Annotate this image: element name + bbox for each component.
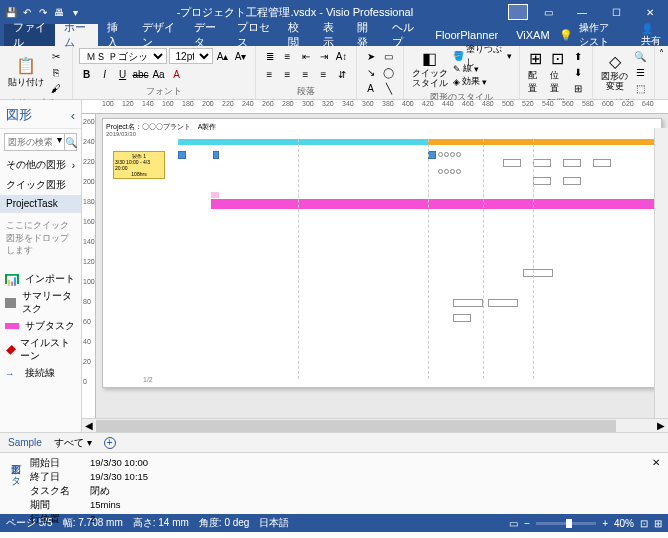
task-detail-box[interactable] [503, 159, 521, 167]
switch-windows-icon[interactable]: ⊞ [654, 518, 662, 529]
stencil-subtask[interactable]: サブタスク [0, 318, 81, 335]
task-detail-box[interactable] [533, 159, 551, 167]
tell-me-input[interactable]: 操作アシスト [579, 21, 618, 49]
shapes-collapse-icon[interactable]: ‹ [71, 108, 75, 123]
task-bar[interactable] [178, 151, 186, 159]
ellipse-tool-button[interactable]: ◯ [381, 64, 397, 80]
task-detail-box[interactable] [488, 299, 518, 307]
text-direction-button[interactable]: A↕ [334, 48, 350, 64]
shrink-font-button[interactable]: A▾ [233, 48, 249, 64]
search-dropdown-icon[interactable]: ▾ [55, 134, 64, 150]
group-button[interactable]: ⊞ [570, 80, 586, 96]
tab-insert[interactable]: 挿入 [98, 24, 133, 46]
font-size-select[interactable]: 12pt [169, 48, 213, 64]
vertical-align-button[interactable]: ⇵ [334, 66, 350, 82]
category-other-shapes[interactable]: その他の図形› [0, 155, 81, 175]
task-bar[interactable] [213, 151, 219, 159]
prop-value-start[interactable]: 19/3/30 10:00 [90, 457, 148, 470]
category-quick-shapes[interactable]: クイック図形 [0, 175, 81, 195]
prop-value-duration[interactable]: 15mins [90, 499, 148, 512]
task-detail-box[interactable] [523, 269, 553, 277]
drawing-page[interactable]: Project名：〇〇〇プラント A製作 2019/03/30 製作 1 3/3… [102, 118, 662, 388]
scroll-right-icon[interactable]: ▶ [654, 420, 668, 431]
tab-help[interactable]: ヘルプ [383, 24, 426, 46]
case-button[interactable]: Aa [151, 66, 167, 82]
stencil-connector[interactable]: →接続線 [0, 365, 81, 382]
task-detail-box[interactable] [593, 159, 611, 167]
strike-button[interactable]: abc [133, 66, 149, 82]
quick-styles-button[interactable]: ◧ クイック スタイル [410, 48, 450, 90]
tab-vixam[interactable]: ViXAM [507, 24, 558, 46]
tab-home[interactable]: ホーム [55, 24, 98, 46]
timeline-segment-cyan[interactable] [178, 139, 428, 145]
print-icon[interactable]: 🖶 [52, 5, 66, 19]
status-language[interactable]: 日本語 [259, 516, 289, 530]
timeline-segment-orange[interactable] [428, 139, 658, 145]
effects-button[interactable]: ◈効果 ▾ [452, 75, 513, 88]
bold-button[interactable]: B [79, 66, 95, 82]
undo-icon[interactable]: ↶ [20, 5, 34, 19]
tab-data[interactable]: データ [185, 24, 228, 46]
task-bar[interactable] [211, 192, 219, 198]
fill-button[interactable]: 🪣塗りつぶし ▾ [452, 49, 513, 62]
task-detail-box[interactable] [563, 177, 581, 185]
indent-left-button[interactable]: ⇤ [298, 48, 314, 64]
bring-front-button[interactable]: ⬆ [570, 48, 586, 64]
task-detail-box[interactable] [563, 159, 581, 167]
find-button[interactable]: 🔍 [632, 48, 648, 64]
bullets-button[interactable]: ≣ [262, 48, 278, 64]
task-bar[interactable] [428, 151, 436, 159]
scroll-thumb[interactable] [96, 420, 616, 432]
subtask-bar-magenta[interactable] [211, 199, 658, 209]
task-detail-box[interactable] [533, 177, 551, 185]
prop-value-end[interactable]: 19/3/30 10:15 [90, 471, 148, 484]
zoom-slider[interactable] [536, 522, 596, 525]
layers-button[interactable]: ☰ [632, 64, 648, 80]
send-back-button[interactable]: ⬇ [570, 64, 586, 80]
fit-page-icon[interactable]: ⊡ [640, 518, 648, 529]
add-page-button[interactable]: + [104, 437, 116, 449]
task-box-yellow[interactable]: 製作 1 3/30 10:00 - 4/3 20:00 108hrs [113, 151, 165, 179]
stencil-milestone[interactable]: マイルストーン [0, 335, 81, 365]
pointer-tool-button[interactable]: ➤ [363, 48, 379, 64]
stencil-summary-task[interactable]: サマリータスク [0, 288, 81, 318]
tab-develop[interactable]: 開発 [348, 24, 383, 46]
copy-button[interactable]: ⎘ [48, 64, 64, 80]
underline-button[interactable]: U [115, 66, 131, 82]
indent-right-button[interactable]: ⇥ [316, 48, 332, 64]
font-name-select[interactable]: ＭＳ Ｐゴシック [79, 48, 167, 64]
presentation-mode-icon[interactable]: ▭ [509, 518, 518, 529]
select-button[interactable]: ⬚ [632, 80, 648, 96]
search-icon[interactable]: 🔍 [64, 134, 77, 150]
tab-design[interactable]: デザイン [133, 24, 184, 46]
line-button[interactable]: ✎線 ▾ [452, 62, 513, 75]
align-center-button[interactable]: ≡ [280, 66, 296, 82]
change-shape-button[interactable]: ◇図形の 変更 [599, 51, 630, 93]
prop-value-task[interactable]: 閉め [90, 485, 148, 498]
text-tool-button[interactable]: A [363, 80, 379, 96]
user-account-icon[interactable] [508, 4, 528, 20]
paste-button[interactable]: 📋 貼り付け [6, 55, 46, 90]
tab-process[interactable]: プロセス [228, 24, 279, 46]
position-button[interactable]: ⊡位置 [548, 48, 568, 96]
cut-button[interactable]: ✂ [48, 48, 64, 64]
align-right-button[interactable]: ≡ [298, 66, 314, 82]
scroll-left-icon[interactable]: ◀ [82, 420, 96, 431]
category-project-task[interactable]: ProjectTask [0, 195, 81, 212]
format-painter-button[interactable]: 🖌 [48, 80, 64, 96]
tab-review[interactable]: 校閲 [279, 24, 314, 46]
qat-more-icon[interactable]: ▾ [68, 5, 82, 19]
collapse-ribbon-icon[interactable]: ˄ [655, 46, 668, 99]
stencil-import[interactable]: 📊インポート [0, 271, 81, 288]
share-button[interactable]: 👤 共有 [641, 23, 664, 48]
scrollbar-vertical[interactable] [654, 128, 668, 418]
page-viewport[interactable]: Project名：〇〇〇プラント A製作 2019/03/30 製作 1 3/3… [96, 114, 668, 418]
line-tool-button[interactable]: ╲ [381, 80, 397, 96]
zoom-out-button[interactable]: − [524, 518, 530, 529]
sheet-all-dropdown[interactable]: すべて ▾ [54, 436, 92, 450]
sheet-tab-sample[interactable]: Sample [8, 437, 42, 448]
shapes-search-input[interactable] [5, 134, 55, 150]
redo-icon[interactable]: ↷ [36, 5, 50, 19]
tab-view[interactable]: 表示 [314, 24, 349, 46]
connector-tool-button[interactable]: ↘ [363, 64, 379, 80]
